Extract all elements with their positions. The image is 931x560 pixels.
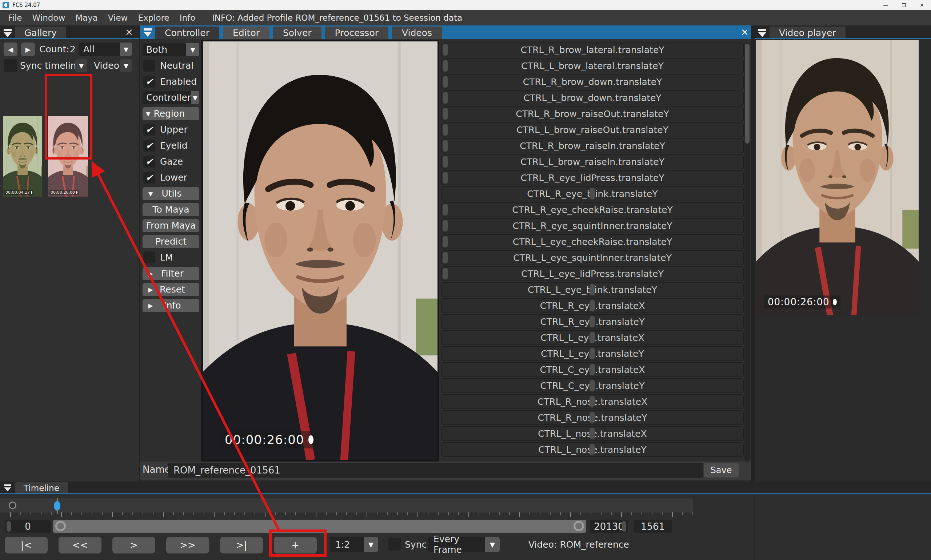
slider-handle[interactable] xyxy=(589,300,595,311)
slider-handle[interactable] xyxy=(442,156,448,168)
predict-button[interactable]: Predict xyxy=(143,235,199,248)
close-button[interactable]: ✕ xyxy=(913,0,931,10)
slider-handle[interactable] xyxy=(589,188,595,200)
controller-dropdown[interactable]: Controller ▼ xyxy=(143,91,199,104)
slider-list-scrollbar[interactable] xyxy=(744,43,750,460)
slider-handle[interactable] xyxy=(589,364,595,375)
range-start-handle[interactable] xyxy=(6,521,11,532)
ctrl-slider-row[interactable]: CTRL_L_nose.translateX xyxy=(441,426,744,441)
step-ratio-dropdown-icon[interactable]: ▼ xyxy=(364,537,378,552)
ctrl-slider-row[interactable]: CTRL_R_brow_lateral.translateY xyxy=(441,43,744,57)
ctrl-slider-row[interactable]: CTRL_L_eye.translateX xyxy=(441,330,744,345)
range-end-handle[interactable] xyxy=(622,521,626,532)
controller-close-icon[interactable]: ✕ xyxy=(741,28,749,37)
slider-handle[interactable] xyxy=(442,220,448,231)
mode-dropdown[interactable]: Both ▼ xyxy=(143,43,199,56)
maximize-button[interactable]: ❐ xyxy=(895,0,913,10)
slider-handle[interactable] xyxy=(589,444,595,455)
menu-item[interactable]: View xyxy=(103,10,133,25)
controller-panel-tab[interactable]: Processor xyxy=(325,26,388,39)
filter-section-header[interactable]: ▶ Filter xyxy=(143,267,199,280)
ctrl-slider-row[interactable]: CTRL_R_nose.translateY xyxy=(441,410,744,425)
reset-section-header[interactable]: ▶ Reset xyxy=(143,283,199,296)
transport-button[interactable]: |< xyxy=(5,537,48,554)
playhead-handle[interactable] xyxy=(54,501,60,511)
ctrl-slider-row[interactable]: CTRL_L_brow_lateral.translateY xyxy=(441,58,744,73)
upper-checkbox-row[interactable]: ✔ Upper xyxy=(143,123,199,136)
slider-handle[interactable] xyxy=(589,428,595,439)
transport-button[interactable]: >| xyxy=(220,537,263,554)
ctrl-slider-row[interactable]: CTRL_R_brow_raiseOut.translateY xyxy=(441,106,744,121)
gaze-checkbox-row[interactable]: ✔ Gaze xyxy=(143,155,199,168)
ctrl-slider-row[interactable]: CTRL_R_eye_squintInner.translateY xyxy=(441,218,744,233)
tab-timeline[interactable]: Timeline xyxy=(15,482,68,494)
ctrl-slider-row[interactable]: CTRL_R_eye.translateY xyxy=(441,314,744,329)
eyelid-checkbox-row[interactable]: ✔ Eyelid xyxy=(143,139,199,152)
ctrl-slider-row[interactable]: CTRL_L_brow_raiseIn.translateY xyxy=(441,154,744,169)
slider-handle[interactable] xyxy=(442,236,448,248)
minimize-button[interactable]: — xyxy=(877,0,895,10)
save-button[interactable]: Save xyxy=(704,463,738,477)
controller-panel-tab[interactable]: Controller xyxy=(155,26,219,39)
upper-checkbox[interactable]: ✔ xyxy=(143,123,155,135)
current-frame-field[interactable]: 1561 xyxy=(634,520,672,533)
to-maya-button[interactable]: To Maya xyxy=(143,203,199,216)
scrubber-left-handle[interactable] xyxy=(55,521,66,531)
panel-menu-icon[interactable] xyxy=(4,484,12,492)
ctrl-slider-row[interactable]: CTRL_R_brow_raiseIn.translateY xyxy=(441,138,744,153)
neutral-checkbox-row[interactable]: Neutral xyxy=(143,59,199,72)
slider-handle[interactable] xyxy=(442,172,448,183)
slider-handle[interactable] xyxy=(442,124,448,135)
scrubber-right-handle[interactable] xyxy=(573,521,584,531)
region-section-row[interactable]: ▼ Region xyxy=(143,107,199,120)
gallery-filter-dropdown-icon[interactable]: ▼ xyxy=(120,43,132,56)
slider-handle[interactable] xyxy=(589,380,595,391)
gallery-thumbnail-1[interactable]: 00:00:04:17 xyxy=(3,116,42,197)
menu-item[interactable]: File xyxy=(3,10,27,25)
gallery-close-icon[interactable]: ✕ xyxy=(125,28,133,37)
eyelid-checkbox[interactable]: ✔ xyxy=(143,140,155,152)
predict-button-row[interactable]: Predict xyxy=(143,235,199,248)
ctrl-slider-row[interactable]: CTRL_L_eye_blink.translateY xyxy=(441,282,744,297)
tab-video-player[interactable]: Video player xyxy=(769,26,846,39)
menu-item[interactable]: Info xyxy=(174,10,201,25)
scrollbar-thumb[interactable] xyxy=(745,44,749,143)
ctrl-slider-row[interactable]: CTRL_R_brow_down.translateY xyxy=(441,74,744,89)
utils-section-header[interactable]: ▼ Utils xyxy=(143,187,199,200)
lower-checkbox-row[interactable]: ✔ Lower xyxy=(143,171,199,184)
slider-handle[interactable] xyxy=(589,332,595,343)
step-ratio-dropdown[interactable]: 1:2 xyxy=(330,537,364,552)
ctrl-slider-row[interactable]: CTRL_L_eye_cheekRaise.translateY xyxy=(441,234,744,249)
neutral-checkbox[interactable] xyxy=(143,60,155,72)
sync-timeline-dropdown-icon[interactable]: ▼ xyxy=(75,59,87,72)
gallery-prev-button[interactable]: ◀ xyxy=(4,43,17,56)
tab-gallery[interactable]: Gallery xyxy=(15,26,66,39)
range-end-field[interactable]: 20130 xyxy=(590,520,628,533)
slider-handle[interactable] xyxy=(442,140,448,152)
lm-checkbox[interactable] xyxy=(143,251,155,263)
ctrl-slider-row[interactable]: CTRL_R_nose.translateX xyxy=(441,394,744,409)
reset-section-row[interactable]: ▶ Reset xyxy=(143,283,199,296)
slider-handle[interactable] xyxy=(442,76,448,88)
panel-menu-icon[interactable] xyxy=(143,28,153,37)
gallery-video-dropdown-icon[interactable]: ▼ xyxy=(120,59,132,72)
frame-mode-dropdown[interactable]: Every Frame xyxy=(428,537,485,552)
menu-item[interactable]: Window xyxy=(27,10,71,25)
info-section-header[interactable]: ▶ Info xyxy=(143,299,199,312)
utils-section-row[interactable]: ▼ Utils xyxy=(143,187,199,200)
controller-panel-tab[interactable]: Videos xyxy=(392,26,442,39)
sync-checkbox[interactable] xyxy=(388,538,401,551)
frame-mode-dropdown-icon[interactable]: ▼ xyxy=(485,537,500,552)
gaze-checkbox[interactable]: ✔ xyxy=(143,155,155,168)
video-player-viewport[interactable]: 00:00:26:00 xyxy=(756,40,919,315)
ctrl-slider-row[interactable]: CTRL_L_eye_squintInner.translateY xyxy=(441,251,744,265)
slider-handle[interactable] xyxy=(442,92,448,103)
gallery-next-button[interactable]: ▶ xyxy=(21,43,35,56)
to-maya-button-row[interactable]: To Maya xyxy=(143,203,199,216)
slider-handle[interactable] xyxy=(589,412,595,423)
slider-handle[interactable] xyxy=(589,348,595,359)
sync-timeline-checkbox[interactable] xyxy=(4,59,17,72)
transport-button[interactable]: << xyxy=(59,537,102,554)
ctrl-slider-row[interactable]: CTRL_C_eye.translateY xyxy=(441,378,744,393)
ctrl-slider-row[interactable]: CTRL_C_eye.translateX xyxy=(441,362,744,377)
